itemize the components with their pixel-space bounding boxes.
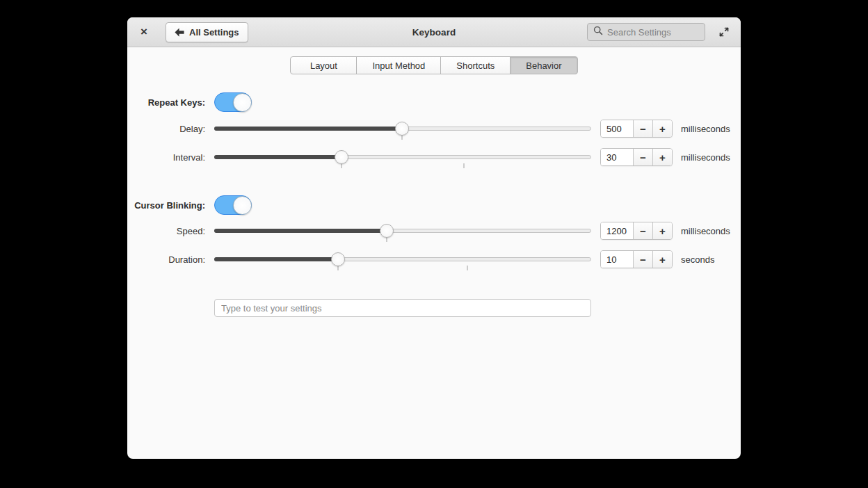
tab-input-method[interactable]: Input Method xyxy=(356,56,441,74)
delay-value[interactable]: 500 xyxy=(601,120,633,137)
interval-increment-button[interactable]: + xyxy=(652,149,672,165)
slider-handle[interactable] xyxy=(335,150,348,164)
slider-tick xyxy=(463,163,464,168)
back-button-label: All Settings xyxy=(189,27,239,38)
slider-fill xyxy=(214,229,387,233)
all-settings-back-button[interactable]: All Settings xyxy=(166,22,248,42)
delay-spinbutton: 500 − + xyxy=(600,120,673,138)
slider-tick xyxy=(387,237,387,242)
settings-window: × All Settings Keyboard Lay xyxy=(127,17,741,459)
speed-decrement-button[interactable]: − xyxy=(633,222,652,239)
test-row xyxy=(127,299,741,317)
interval-unit-label: milliseconds xyxy=(681,152,730,163)
speed-slider[interactable] xyxy=(214,218,591,243)
repeat-keys-toggle[interactable] xyxy=(214,92,252,112)
headerbar: × All Settings Keyboard xyxy=(127,17,741,47)
delay-decrement-button[interactable]: − xyxy=(633,120,652,137)
speed-spinbutton: 1200 − + xyxy=(600,222,673,240)
interval-decrement-button[interactable]: − xyxy=(633,149,652,165)
interval-value[interactable]: 30 xyxy=(601,149,633,165)
slider-fill xyxy=(214,257,338,261)
slider-handle[interactable] xyxy=(331,252,345,266)
delay-slider[interactable] xyxy=(214,116,591,141)
delay-increment-button[interactable]: + xyxy=(652,120,672,137)
duration-spinbutton: 10 − + xyxy=(600,250,673,268)
slider-tick xyxy=(341,163,342,168)
delay-row: Delay: 500 − + milliseconds xyxy=(127,116,741,141)
interval-row: Interval: 30 − + milliseconds xyxy=(127,145,741,170)
tab-behavior[interactable]: Behavior xyxy=(510,56,577,74)
repeat-keys-row: Repeat Keys: xyxy=(127,92,741,112)
speed-label: Speed: xyxy=(127,226,214,236)
duration-slider[interactable] xyxy=(214,247,591,272)
delay-label: Delay: xyxy=(127,124,214,134)
slider-tick xyxy=(467,266,468,270)
speed-row: Speed: 1200 − + milliseconds xyxy=(127,218,741,243)
slider-handle[interactable] xyxy=(395,122,409,136)
repeat-keys-label: Repeat Keys: xyxy=(127,97,214,108)
cursor-blinking-label: Cursor Blinking: xyxy=(127,200,214,211)
search-field[interactable] xyxy=(587,23,705,41)
slider-handle[interactable] xyxy=(380,224,394,238)
slider-tick xyxy=(401,135,402,140)
toggle-knob xyxy=(233,93,252,112)
search-input[interactable] xyxy=(607,27,699,38)
duration-unit-label: seconds xyxy=(681,254,714,265)
duration-increment-button[interactable]: + xyxy=(652,251,672,268)
search-icon xyxy=(593,26,603,38)
toggle-knob xyxy=(233,196,252,215)
back-arrow-icon xyxy=(175,28,184,37)
tab-shortcuts[interactable]: Shortcuts xyxy=(440,56,511,74)
duration-decrement-button[interactable]: − xyxy=(633,251,652,268)
delay-unit-label: milliseconds xyxy=(681,124,730,134)
interval-spinbutton: 30 − + xyxy=(600,148,673,166)
slider-fill xyxy=(214,155,341,159)
fullscreen-icon[interactable] xyxy=(716,24,732,40)
interval-slider[interactable] xyxy=(214,145,591,170)
slider-tick xyxy=(337,266,338,270)
tab-layout[interactable]: Layout xyxy=(290,56,357,74)
duration-value[interactable]: 10 xyxy=(601,251,633,268)
slider-fill xyxy=(214,127,402,131)
duration-label: Duration: xyxy=(127,254,214,265)
cursor-blinking-toggle[interactable] xyxy=(214,195,252,215)
speed-value[interactable]: 1200 xyxy=(601,222,633,239)
duration-row: Duration: 10 − + seconds xyxy=(127,247,741,272)
speed-increment-button[interactable]: + xyxy=(652,222,672,239)
interval-label: Interval: xyxy=(127,152,214,163)
cursor-blinking-row: Cursor Blinking: xyxy=(127,195,741,215)
close-button[interactable]: × xyxy=(136,24,152,40)
test-settings-input[interactable] xyxy=(214,299,591,317)
tabbar: Layout Input Method Shortcuts Behavior xyxy=(290,56,577,74)
speed-unit-label: milliseconds xyxy=(681,226,730,236)
